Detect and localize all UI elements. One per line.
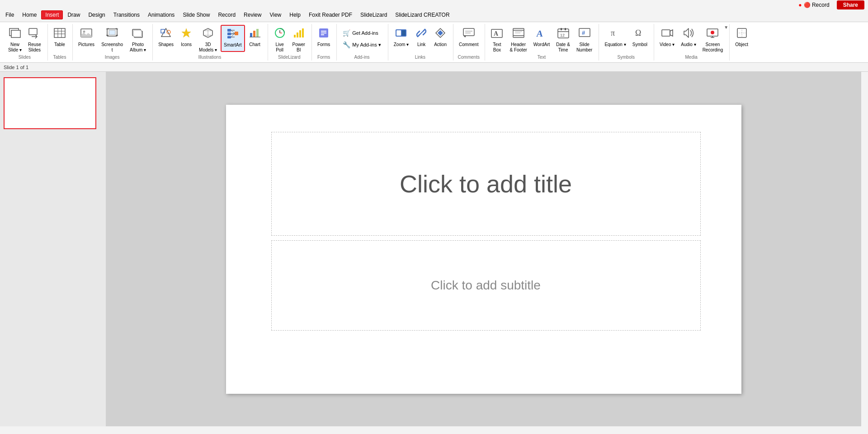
svg-rect-14 [133, 30, 142, 37]
icons-label: Icons [181, 42, 192, 47]
action-label: Action [434, 42, 447, 47]
audio-icon [682, 27, 695, 41]
reuse-slides-button[interactable]: ReuseSlides [25, 25, 44, 52]
table-label: Table [54, 42, 65, 47]
icons-icon [180, 27, 193, 41]
zoom-icon [395, 27, 407, 41]
my-addins-icon: 🔧 [343, 41, 350, 48]
header-footer-button[interactable]: Header& Footer [507, 25, 529, 52]
menu-draw[interactable]: Draw [64, 11, 84, 19]
menu-help[interactable]: Help [286, 11, 304, 19]
new-slide-label: NewSlide ▾ [8, 42, 22, 53]
power-bi-icon [292, 27, 305, 41]
svg-rect-1 [11, 30, 20, 37]
shapes-button[interactable]: Shapes [156, 25, 176, 52]
menu-slidelizard[interactable]: SlideLizard [357, 11, 391, 19]
equation-icon: π [609, 27, 622, 41]
media-expand-button[interactable]: ▼ [724, 25, 728, 30]
link-label: Link [417, 42, 425, 47]
menu-animations[interactable]: Animations [144, 11, 178, 19]
zoom-button[interactable]: Zoom ▾ [391, 25, 411, 52]
icons-button[interactable]: Icons [177, 25, 195, 52]
pictures-icon [80, 27, 93, 41]
ribbon-group-tables-items: Table [51, 24, 69, 54]
slide-subtitle-area[interactable]: Click to add subtitle [271, 240, 701, 331]
smartart-button[interactable]: SmartArt [221, 25, 245, 52]
svg-point-60 [711, 31, 714, 34]
menu-review[interactable]: Review [240, 11, 265, 19]
pictures-button[interactable]: Pictures [75, 25, 97, 52]
menu-slidelizard-creator[interactable]: SlideLizard CREATOR [392, 11, 453, 19]
ribbon-group-images: Pictures Screenshot PhotoAlbum ▾ Images [74, 24, 153, 61]
zoom-label: Zoom ▾ [394, 42, 409, 47]
slide-title-area[interactable]: Click to add title [271, 132, 701, 236]
ribbon-group-text: A TextBox Header& Footer A WordArt [486, 24, 599, 61]
live-poll-icon [274, 27, 286, 41]
menu-insert[interactable]: Insert [41, 10, 63, 19]
table-button[interactable]: Table [51, 25, 69, 52]
links-group-label: Links [391, 54, 449, 61]
slide-number-bar: Slide 1 of 1 [0, 63, 868, 72]
svg-rect-58 [662, 30, 670, 36]
photo-album-button[interactable]: PhotoAlbum ▾ [127, 25, 149, 52]
ribbon-group-slides-items: NewSlide ▾ ReuseSlides [5, 24, 44, 54]
symbols-group-label: Symbols [602, 54, 650, 61]
svg-point-9 [83, 31, 85, 33]
new-slide-button[interactable]: NewSlide ▾ [5, 25, 24, 52]
object-button[interactable]: Object [732, 25, 751, 52]
audio-label: Audio ▾ [681, 42, 696, 47]
chart-button[interactable]: Chart [246, 25, 264, 52]
ribbon: NewSlide ▾ ReuseSlides Slides Table [0, 20, 868, 63]
wordart-button[interactable]: A WordArt [531, 25, 553, 52]
menu-home[interactable]: Home [19, 11, 40, 19]
screen-recording-button[interactable]: ScreenRecording [700, 25, 726, 52]
pictures-label: Pictures [78, 42, 94, 47]
link-button[interactable]: Link [412, 25, 430, 52]
record-button[interactable]: ● 🔴 Record [795, 1, 833, 9]
ribbon-group-forms-items: Forms [315, 24, 333, 54]
audio-button[interactable]: Audio ▾ [678, 25, 698, 52]
get-addins-button[interactable]: 🛒 Get Add-ins [340, 28, 381, 38]
date-time-button[interactable]: 12 Date &Time [553, 25, 573, 52]
slide-number-info: Slide 1 of 1 [4, 65, 28, 70]
menu-transitions[interactable]: Transitions [110, 11, 143, 19]
menu-slideshow[interactable]: Slide Show [179, 11, 213, 19]
ribbon-group-slidelizard: LivePoll PowerBI SlideLizard [269, 24, 312, 61]
power-bi-button[interactable]: PowerBI [290, 25, 308, 52]
svg-rect-18 [227, 33, 231, 35]
ribbon-group-forms: Forms Forms [313, 24, 337, 61]
slide-thumbnail[interactable] [4, 77, 96, 129]
live-poll-button[interactable]: LivePoll [271, 25, 289, 52]
ribbon-group-links: Zoom ▾ Link Action Links [389, 24, 453, 61]
screenshot-button[interactable]: Screenshot [98, 25, 126, 52]
ribbon-group-symbols-items: π Equation ▾ Ω Symbol [602, 24, 650, 54]
forms-button[interactable]: Forms [315, 25, 333, 52]
video-button[interactable]: Video ▾ [657, 25, 677, 52]
menu-view[interactable]: View [266, 11, 285, 19]
comment-button[interactable]: Comment [456, 25, 481, 52]
comments-group-label: Comments [456, 54, 481, 61]
menu-bar: File Home Insert Draw Design Transitions… [0, 10, 868, 20]
power-bi-label: PowerBI [292, 42, 305, 53]
ribbon-group-links-items: Zoom ▾ Link Action [391, 24, 449, 54]
menu-file[interactable]: File [2, 11, 18, 19]
my-addins-button[interactable]: 🔧 My Add-ins ▾ [340, 39, 384, 50]
symbol-button[interactable]: Ω Symbol [630, 25, 650, 52]
menu-foxit[interactable]: Foxit Reader PDF [305, 11, 356, 19]
title-bar-right: ● 🔴 Record Share [795, 0, 864, 9]
menu-design[interactable]: Design [85, 11, 108, 19]
action-button[interactable]: Action [431, 25, 449, 52]
slide-number-button[interactable]: # SlideNumber [574, 25, 595, 52]
3d-models-button[interactable]: 3DModels ▾ [196, 25, 220, 52]
my-addins-label: My Add-ins ▾ [352, 42, 381, 48]
menu-record[interactable]: Record [214, 11, 239, 19]
ribbon-group-symbols: π Equation ▾ Ω Symbol Symbols [600, 24, 654, 61]
slide-number-label: SlideNumber [576, 42, 593, 53]
text-box-label: TextBox [493, 42, 501, 53]
svg-text:Ω: Ω [635, 28, 641, 37]
photo-album-icon [132, 27, 144, 41]
equation-button[interactable]: π Equation ▾ [602, 25, 628, 52]
text-box-button[interactable]: A TextBox [488, 25, 506, 52]
equation-label: Equation ▾ [604, 42, 626, 47]
share-button[interactable]: Share [837, 0, 864, 9]
